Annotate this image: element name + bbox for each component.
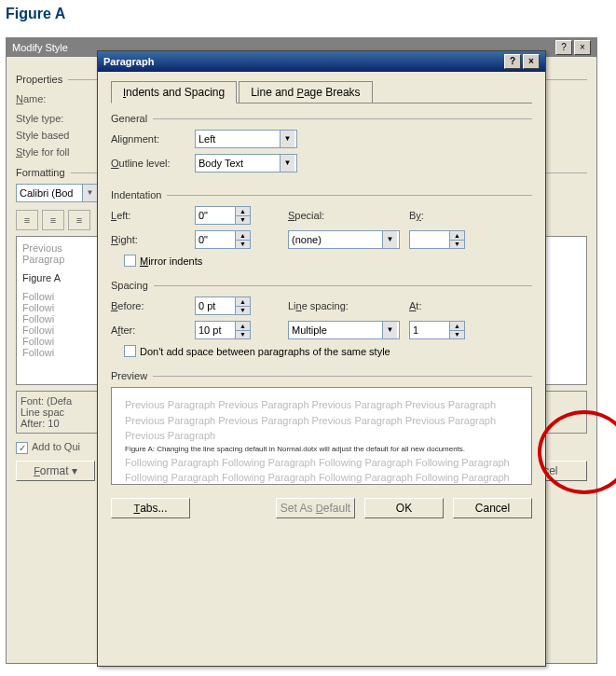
before-spinner[interactable]: ▲▼	[195, 297, 251, 315]
add-to-quick-label: Add to Qui	[32, 441, 80, 452]
help-button[interactable]: ?	[555, 40, 572, 55]
align-right-button[interactable]: ≡	[68, 210, 90, 230]
close-button[interactable]: ×	[574, 40, 591, 55]
at-spinner[interactable]: ▲▼	[409, 321, 465, 339]
indent-right-spinner[interactable]: ▲▼	[195, 230, 251, 249]
tab-line-page-breaks[interactable]: Line and Page Breaks	[239, 81, 372, 103]
name-label: Name:	[16, 93, 100, 104]
special-label: Special:	[288, 210, 353, 221]
para-help-button[interactable]: ?	[504, 54, 521, 69]
paragraph-dialog: Paragraph ? × Indents and Spacing Line a…	[97, 50, 546, 667]
modify-title-text: Modify Style	[12, 42, 68, 53]
spacing-label: Spacing	[111, 280, 148, 291]
formatting-label: Formatting	[16, 167, 65, 178]
format-button[interactable]: Format ▾	[16, 461, 95, 481]
preview-label: Preview	[111, 370, 147, 381]
style-type-label: Style type:	[16, 113, 100, 124]
line-spacing-combo[interactable]: ▼	[288, 321, 400, 339]
dont-add-space-checkbox[interactable]	[124, 345, 136, 357]
outline-level-combo[interactable]: ▼	[195, 154, 297, 172]
align-center-button[interactable]: ≡	[42, 210, 64, 230]
para-tabs: Indents and Spacing Line and Page Breaks	[111, 81, 532, 103]
special-combo[interactable]: ▼	[288, 230, 400, 249]
before-label: Before:	[111, 300, 195, 311]
para-close-button[interactable]: ×	[523, 54, 540, 69]
align-left-button[interactable]: ≡	[16, 210, 38, 230]
by-label: By:	[409, 210, 446, 221]
by-spinner[interactable]: ▲▼	[409, 230, 465, 249]
cancel-button[interactable]: Cancel	[453, 498, 532, 518]
tabs-button[interactable]: Tabs...	[111, 498, 190, 518]
font-family-combo[interactable]: ▼	[16, 184, 98, 202]
line-spacing-label: Line spacing:	[288, 300, 372, 311]
style-for-follow-label: Style for foll	[16, 146, 100, 158]
indent-left-label: Left:	[111, 210, 195, 221]
figure-label: Figure A	[6, 6, 65, 22]
mirror-indents-label: Mirror indents	[140, 255, 202, 267]
after-label: After:	[111, 324, 195, 336]
para-title-bar: Paragraph ? ×	[98, 51, 545, 72]
dont-add-space-label: Don't add space between paragraphs of th…	[140, 346, 390, 357]
para-title-text: Paragraph	[103, 56, 154, 67]
after-spinner[interactable]: ▲▼	[195, 321, 251, 339]
add-to-quick-checkbox[interactable]	[16, 442, 28, 454]
ok-button[interactable]: OK	[364, 498, 444, 518]
mirror-indents-checkbox[interactable]	[124, 255, 136, 267]
set-as-default-button[interactable]: Set As Default	[276, 498, 355, 518]
tab-indents-spacing[interactable]: Indents and Spacing	[111, 81, 237, 103]
indent-left-spinner[interactable]: ▲▼	[195, 206, 251, 225]
indentation-label: Indentation	[111, 189, 161, 200]
alignment-combo[interactable]: ▼	[195, 130, 297, 148]
general-label: General	[111, 113, 147, 124]
at-label: At:	[409, 300, 446, 311]
style-based-label: Style based	[16, 130, 100, 141]
para-preview: Previous Paragraph Previous Paragraph Pr…	[111, 387, 532, 485]
indent-right-label: Right:	[111, 234, 195, 245]
properties-label: Properties	[16, 74, 62, 85]
outline-level-label: Outline level:	[111, 158, 195, 169]
alignment-label: Alignment:	[111, 133, 195, 145]
